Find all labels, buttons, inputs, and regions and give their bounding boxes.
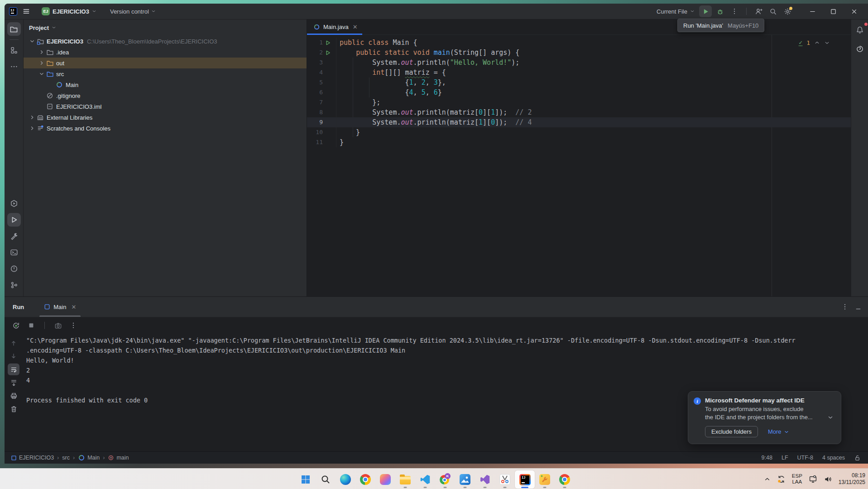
kebab-icon[interactable] [841,303,849,310]
code-line-10[interactable]: 10 } [307,127,851,137]
more-link[interactable]: More [768,428,789,435]
keyboard-layout[interactable]: ESP LAA [792,473,802,485]
settings-button[interactable] [781,5,794,17]
code-line-7[interactable]: 7 }; [307,97,851,107]
taskbar-edge-icon[interactable] [336,470,355,489]
run-configuration-selector[interactable]: Current File [654,7,697,16]
editor-tab-main-java[interactable]: Main.java ✕ [307,19,362,34]
build-tool-button[interactable] [7,229,21,243]
chevron-right-icon[interactable] [28,113,36,121]
tree-item-ejericicio3-iml[interactable]: EJERICICIO3.iml [24,101,307,112]
console-options-button[interactable] [67,320,79,331]
run-tab-main[interactable]: Main ✕ [41,297,79,317]
project-widget[interactable]: EJ EJERICICIO3 [39,6,99,17]
scroll-to-end-button[interactable] [8,377,19,388]
prev-occurrence-button[interactable] [8,337,19,349]
code-line-2[interactable]: 2 public static void main(String[] args)… [307,48,851,58]
line-ending[interactable]: LF [782,455,788,461]
code-line-5[interactable]: 5 {1, 2, 3}, [307,77,851,87]
prev-problem-icon[interactable] [814,40,820,46]
breadcrumb-item-main[interactable]: Main [78,454,100,461]
version-control-tool-button[interactable] [7,278,21,292]
taskbar-photos-icon[interactable] [455,470,475,489]
run-button[interactable] [699,5,712,17]
chevron-down-icon[interactable] [38,70,46,78]
tree-item-src[interactable]: src [24,68,307,79]
minimize-button[interactable] [802,5,823,18]
close-tab-icon[interactable]: ✕ [353,24,358,30]
exclude-folders-button[interactable]: Exclude folders [705,426,758,437]
taskbar-visual-studio-icon[interactable] [475,470,495,489]
tree-item-ejericicio3[interactable]: EJERICICIO3C:\Users\Theo_Bloem\IdeaProje… [24,36,307,47]
breadcrumb-item-main[interactable]: mmain [108,455,129,461]
chevron-right-icon[interactable] [38,59,46,67]
run-line-icon[interactable] [323,38,333,48]
taskbar-toolbox-icon[interactable] [535,470,555,489]
search-everywhere-button[interactable] [767,5,779,17]
terminal-tool-button[interactable] [7,246,21,259]
clock[interactable]: 08:19 13/11/2025 [839,472,865,486]
project-tool-button[interactable] [7,22,21,36]
code-editor[interactable]: ✓ 1 1public class Main {2 public static … [307,35,851,296]
tree-item-main[interactable]: Main [24,79,307,90]
tree-item-external-libraries[interactable]: External Libraries [24,112,307,123]
tree-item--gitignore[interactable]: .gitignore [24,90,307,101]
close-tab-icon[interactable]: ✕ [71,304,76,310]
taskbar-vscode-icon[interactable] [415,470,435,489]
taskbar-copilot-icon[interactable] [375,470,395,489]
more-tool-windows-button[interactable] [7,60,21,73]
tree-item-scratches-and-consoles[interactable]: Scratches and Consoles [24,123,307,134]
taskbar-search-icon[interactable] [316,470,336,489]
clear-all-button[interactable] [8,403,19,415]
capture-snapshot-button[interactable] [52,320,64,331]
code-line-1[interactable]: 1public class Main { [307,38,851,48]
run-tool-button[interactable] [7,213,21,227]
taskbar-chrome-icon[interactable] [355,470,375,489]
code-line-11[interactable]: 11} [307,137,851,147]
code-line-3[interactable]: 3 System.out.println("Hello, World!"); [307,58,851,68]
next-occurrence-button[interactable] [8,350,19,362]
maximize-button[interactable] [823,5,844,18]
breadcrumb-item-src[interactable]: src [62,455,70,461]
problems-tool-button[interactable] [7,262,21,276]
print-button[interactable] [8,390,19,402]
next-problem-icon[interactable] [824,40,830,46]
file-encoding[interactable]: UTF-8 [797,455,813,461]
taskbar-file-explorer-icon[interactable] [395,470,415,489]
taskbar-chrome-2-icon[interactable] [555,470,575,489]
soft-wrap-button[interactable] [8,363,19,375]
hidden-icons-chevron[interactable] [764,476,771,483]
taskbar-chrome-profile-icon[interactable]: K [435,470,455,489]
code-line-8[interactable]: 8 System.out.println(matriz[0][1]); // 2 [307,107,851,117]
close-button[interactable] [844,5,864,18]
project-panel-header[interactable]: Project [24,19,307,36]
update-sync-icon[interactable] [777,475,786,484]
lock-open-icon[interactable] [854,455,861,461]
rerun-button[interactable] [10,320,22,331]
taskbar-windows-start-icon[interactable] [296,470,316,489]
services-tool-button[interactable] [7,197,21,210]
vcs-widget[interactable]: Version control [106,7,159,16]
structure-tool-button[interactable] [7,44,21,57]
notifications-button[interactable] [853,23,867,37]
caret-position[interactable]: 9:48 [762,455,772,461]
tree-item-out[interactable]: out [24,58,307,68]
more-actions-button[interactable] [728,5,741,17]
chevron-down-icon[interactable] [28,37,36,45]
taskbar-snipping-tool-icon[interactable] [495,470,515,489]
debug-button[interactable] [714,5,726,17]
inspections-widget[interactable]: ✓ 1 [799,39,830,46]
speaker-icon[interactable] [824,475,832,484]
code-with-me-button[interactable] [752,5,765,17]
code-line-4[interactable]: 4 int[][] matriz = { [307,68,851,77]
ai-assistant-button[interactable] [853,42,867,56]
taskbar-intellij-idea-icon[interactable]: IJ [515,470,535,489]
chevron-right-icon[interactable] [28,124,36,132]
network-icon[interactable] [809,475,817,484]
expand-chevron-icon[interactable] [827,414,834,421]
code-line-9[interactable]: 9 System.out.println(matriz[1][0]); // 4 [307,117,851,127]
chevron-right-icon[interactable] [38,48,46,56]
breadcrumb-item-ejericicio3[interactable]: EJERICICIO3 [11,455,54,461]
main-menu-button[interactable] [20,5,33,17]
hide-panel-icon[interactable] [855,304,862,310]
